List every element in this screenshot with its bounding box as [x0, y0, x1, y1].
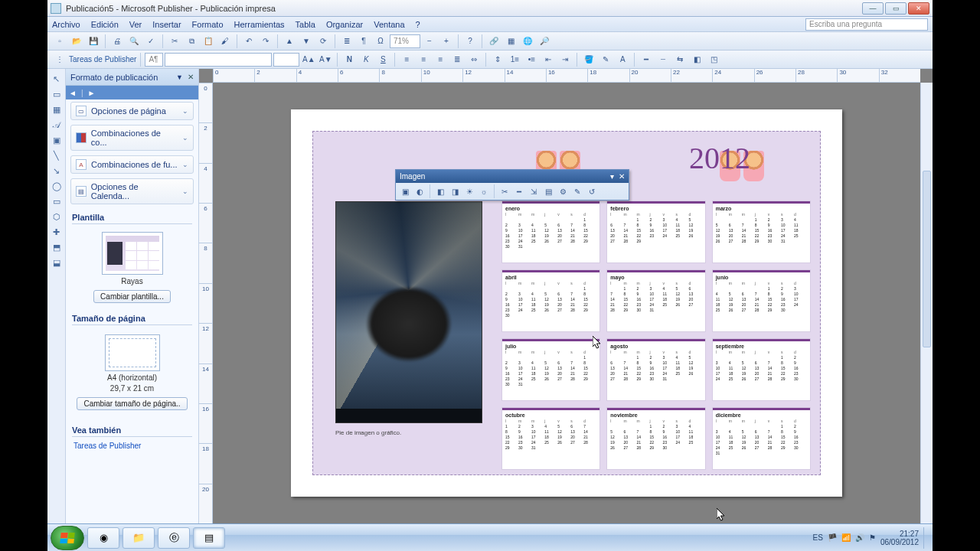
more-contrast-button[interactable]: ◧ [433, 184, 447, 198]
close-button[interactable]: ✕ [908, 2, 929, 15]
option-color-schemes[interactable]: Combinaciones de co... ⌄ [70, 125, 194, 151]
style-combo[interactable]: A¶ [145, 53, 163, 67]
rotate-button[interactable]: ⟳ [315, 34, 331, 49]
reset-picture-button[interactable]: ↺ [585, 184, 599, 198]
taskpane-forward[interactable]: ► [88, 89, 96, 97]
compress-button[interactable]: ⇲ [527, 184, 541, 198]
line-style-button[interactable]: ━ [639, 52, 654, 67]
numbering-button[interactable]: 1≡ [507, 52, 522, 67]
color-button[interactable]: ◐ [413, 184, 426, 198]
paste-button[interactable]: 📋 [201, 34, 216, 49]
bring-front-button[interactable]: ▲ [282, 34, 297, 49]
autoshapes-tool[interactable]: ⬡ [49, 210, 64, 223]
month-card-7[interactable]: juliolmmjvsd1234567891011121314151617181… [502, 339, 599, 400]
zoom-combo[interactable]: 71% [390, 34, 420, 48]
picture-tool[interactable]: ▣ [49, 133, 64, 147]
line-style-img-button[interactable]: ━ [512, 184, 526, 198]
arrow-tool[interactable]: ↘ [49, 164, 64, 178]
shadow-button[interactable]: ◧ [689, 52, 704, 67]
taskpane-back[interactable]: ◄ [69, 89, 77, 97]
tray-time[interactable]: 21:27 [880, 530, 919, 538]
dash-style-button[interactable]: ┄ [655, 52, 671, 67]
font-color-button[interactable]: A [615, 52, 630, 67]
month-card-3[interactable]: marzolmmjvsd1234567891011121314151617181… [713, 201, 810, 262]
arrow-style-button[interactable]: ⇆ [672, 52, 688, 67]
taskbar-app-ie[interactable]: ⓔ [158, 527, 190, 549]
tray-volume-icon[interactable]: 🔊 [855, 533, 864, 542]
font-combo[interactable] [165, 53, 272, 67]
less-contrast-button[interactable]: ◨ [448, 184, 462, 198]
start-button[interactable] [51, 526, 84, 550]
spelling-button[interactable]: ✓ [143, 34, 158, 49]
copy-button[interactable]: ⧉ [184, 34, 199, 49]
italic-button[interactable]: K [358, 52, 374, 67]
image-toolbar[interactable]: Imagen ▾ ✕ ▣ ◐ ◧ ◨ ☀ ☼ [395, 169, 629, 201]
rectangle-tool[interactable]: ▭ [49, 194, 64, 208]
menu-organizar[interactable]: Organizar [326, 20, 363, 29]
align-left-button[interactable]: ≡ [399, 52, 414, 67]
template-thumbnail[interactable] [102, 232, 163, 275]
align-right-button[interactable]: ≡ [433, 52, 448, 67]
month-card-10[interactable]: octubrelmmjvsd12345678910111213141516171… [502, 408, 599, 469]
month-card-1[interactable]: enerolmmjvsd1234567891011121314151617181… [502, 201, 599, 262]
format-painter-button[interactable]: 🖌 [217, 34, 233, 49]
month-card-2[interactable]: febrerolmmjvsd12345678910111213141516171… [607, 201, 704, 262]
page[interactable]: 2012 Pie de imagen o gráfico. enerolmmjv… [291, 109, 842, 497]
columns-button[interactable]: ≣ [339, 34, 354, 49]
taskpane-dropdown[interactable]: ▼ [176, 73, 183, 81]
distribute-button[interactable]: ⇔ [466, 52, 482, 67]
new-button[interactable]: ▫ [52, 34, 67, 49]
send-back-button[interactable]: ▼ [299, 34, 314, 49]
scrollbar-v-thumb[interactable] [923, 171, 931, 347]
cut-button[interactable]: ✂ [167, 34, 182, 49]
zoom-out-button[interactable]: − [422, 34, 437, 49]
option-calendar[interactable]: ▤ Opciones de Calenda... ⌄ [70, 178, 194, 204]
redo-button[interactable]: ↷ [258, 34, 273, 49]
justify-button[interactable]: ≣ [449, 52, 465, 67]
line-spacing-button[interactable]: ⇕ [490, 52, 505, 67]
open-button[interactable]: 📂 [69, 34, 84, 49]
publisher-tasks-label[interactable]: Tareas de Publisher [69, 55, 136, 64]
textbox-tool[interactable]: ▭ [49, 87, 64, 101]
link-button[interactable]: 🔗 [486, 34, 501, 49]
table-tool[interactable]: ▦ [49, 103, 64, 116]
month-card-9[interactable]: septiembrelmmjvsd12345678910111213141516… [713, 339, 810, 400]
pagesize-thumbnail[interactable] [105, 334, 160, 371]
month-card-8[interactable]: agostolmmjvsd123456789101112131415161718… [607, 339, 704, 400]
year-heading[interactable]: 2012 [689, 140, 750, 176]
menu-herramientas[interactable]: Herramientas [234, 20, 285, 29]
image-toolbar-close[interactable]: ✕ [619, 172, 625, 181]
menu-formato[interactable]: Formato [192, 20, 224, 29]
item-tool[interactable]: ⬓ [49, 256, 64, 269]
change-pagesize-button[interactable]: Cambiar tamaño de página.. [77, 397, 187, 410]
canvas[interactable]: 02468101214161820222426283032 0246810121… [199, 69, 933, 536]
month-card-4[interactable]: abrillmmjvsd1234567891011121314151617181… [502, 270, 599, 331]
taskpane-close[interactable]: ✕ [188, 73, 194, 81]
research-button[interactable]: 🔎 [537, 34, 552, 49]
shrink-font-button[interactable]: A▼ [318, 52, 333, 67]
fontsize-combo[interactable] [273, 53, 299, 67]
tray-flag-icon[interactable]: 🏴 [828, 533, 837, 542]
zoom-in-button[interactable]: + [439, 34, 454, 49]
help-search[interactable]: Escriba una pregunta [805, 18, 928, 31]
underline-button[interactable]: S [375, 52, 390, 67]
bullets-button[interactable]: •≡ [524, 52, 539, 67]
photo-caption[interactable]: Pie de imagen o gráfico. [335, 429, 401, 436]
help-button[interactable]: ? [462, 34, 478, 49]
tray-action-center-icon[interactable]: ⚑ [869, 533, 876, 542]
decrease-indent-button[interactable]: ⇤ [541, 52, 556, 67]
change-template-button[interactable]: Cambiar plantilla... [93, 290, 171, 303]
insert-picture-button[interactable]: ▣ [398, 184, 412, 198]
menu-ventana[interactable]: Ventana [374, 20, 404, 29]
see-also-link[interactable]: Tareas de Publisher [74, 442, 198, 450]
print-button[interactable]: 🖨 [109, 34, 125, 49]
select-tool[interactable]: ↖ [49, 72, 64, 86]
month-card-6[interactable]: juniolmmjvsd1234567891011121314151617181… [713, 270, 810, 331]
save-button[interactable]: 💾 [86, 34, 101, 49]
show-desktop-button[interactable] [923, 527, 929, 549]
menu-ayuda[interactable]: ? [416, 20, 420, 29]
maximize-button[interactable]: ▭ [885, 2, 906, 15]
line-color-button[interactable]: ✎ [598, 52, 613, 67]
image-toolbar-dropdown[interactable]: ▾ [610, 172, 614, 181]
format-picture-button[interactable]: ⚙ [556, 184, 570, 198]
